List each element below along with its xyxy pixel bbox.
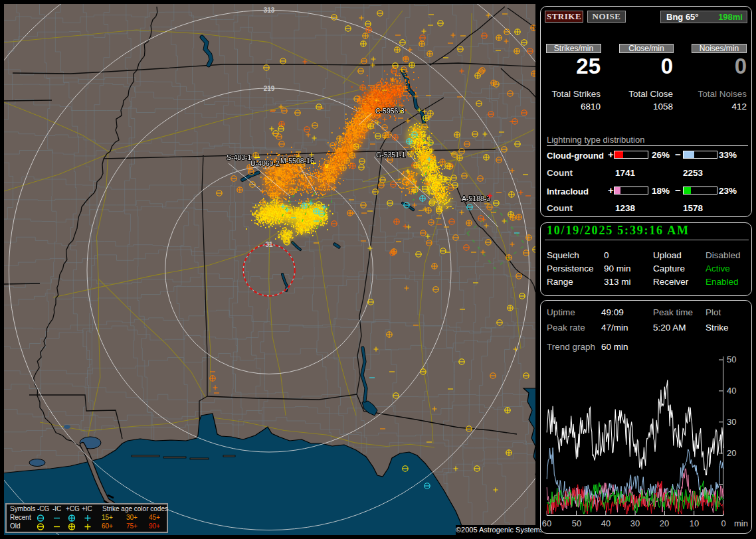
svg-text:313: 313 [264,7,275,14]
svg-text:50: 50 [572,518,581,528]
svg-text:min: min [734,518,748,528]
svg-text:60: 60 [542,518,551,528]
svg-text:v: v [325,162,329,169]
svg-text:0: 0 [721,518,725,528]
svg-text:20: 20 [727,448,736,458]
svg-text:40: 40 [601,518,611,528]
svg-text:40: 40 [727,386,736,396]
svg-text:A-5188-3: A-5188-3 [462,194,490,202]
svg-text:10: 10 [690,518,699,528]
svg-text:G-5351-1: G-5351-1 [376,151,406,159]
svg-text:^: ^ [399,110,403,117]
svg-text:30: 30 [630,518,640,528]
svg-text:U-4060-2: U-4060-2 [250,159,280,167]
svg-text:50: 50 [727,354,736,364]
svg-text:M-5508-16: M-5508-16 [280,157,314,165]
svg-text:30: 30 [727,417,736,427]
svg-text:S-483-1: S-483-1 [227,153,252,161]
svg-text:219: 219 [264,85,275,92]
svg-text:31: 31 [265,241,273,248]
svg-text:20: 20 [660,518,669,528]
